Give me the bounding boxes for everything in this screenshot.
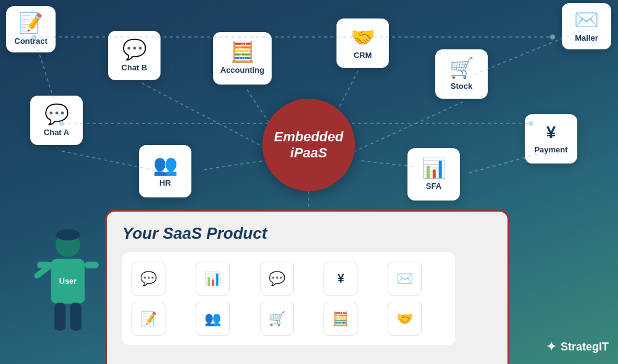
saas-icon-contract: 📝 xyxy=(132,302,165,336)
logo-name: StrategIT xyxy=(561,341,609,354)
module-mailer: ✉️ Mailer xyxy=(562,3,611,49)
hr-icon: 👥 xyxy=(153,155,178,175)
stock-label: Stock xyxy=(451,81,472,91)
svg-point-13 xyxy=(550,35,555,39)
saas-icon-mail: ✉️ xyxy=(388,262,422,296)
payment-label: Payment xyxy=(534,145,567,154)
saas-icon-sfa: 📊 xyxy=(196,262,230,296)
saas-icon-payment: ¥ xyxy=(324,262,357,296)
stock-icon: 🛒 xyxy=(449,58,474,78)
embedded-ipaas-label: EmbeddediPaaS xyxy=(274,129,343,162)
saas-icon-chat: 💬 xyxy=(132,262,165,296)
svg-line-7 xyxy=(204,160,265,170)
saas-product-panel: Your SaaS Product 💬 📊 💬 ¥ ✉️ 📝 👥 🛒 🧮 🤝 xyxy=(105,210,509,364)
strategit-logo: ✦ StrategIT xyxy=(546,339,609,355)
saas-icon-stock: 🛒 xyxy=(260,302,294,336)
saas-icon-chat2: 💬 xyxy=(260,262,294,296)
svg-rect-23 xyxy=(54,302,65,330)
accounting-label: Accounting xyxy=(220,65,265,75)
payment-icon: ¥ xyxy=(546,124,556,141)
chat-b-icon: 💬 xyxy=(122,39,147,59)
accounting-icon: 🧮 xyxy=(230,42,255,62)
svg-line-1 xyxy=(142,83,265,148)
saas-icon-crm: 🤝 xyxy=(388,302,422,336)
module-accounting: 🧮 Accounting xyxy=(213,32,272,85)
chat-a-icon: 💬 xyxy=(44,104,69,124)
logo-icon: ✦ xyxy=(546,339,557,355)
svg-rect-22 xyxy=(85,262,99,268)
svg-line-8 xyxy=(358,160,414,167)
mailer-icon: ✉️ xyxy=(574,10,599,30)
contract-icon: 📝 xyxy=(19,13,43,33)
saas-icon-hr: 👥 xyxy=(196,302,230,336)
module-stock: 🛒 Stock xyxy=(435,49,488,99)
svg-rect-24 xyxy=(70,302,81,330)
saas-icon-accounting: 🧮 xyxy=(324,302,357,336)
crm-icon: 🤝 xyxy=(351,27,375,47)
svg-point-18 xyxy=(56,229,80,240)
module-chat-b: 💬 Chat B xyxy=(108,31,161,80)
embedded-ipaas-circle: EmbeddediPaaS xyxy=(262,99,355,191)
svg-line-5 xyxy=(355,102,463,151)
module-hr: 👥 HR xyxy=(139,145,191,197)
saas-title: Your SaaS Product xyxy=(122,224,492,243)
chat-a-label: Chat A xyxy=(44,128,69,137)
module-sfa: 📊 SFA xyxy=(407,148,460,201)
sfa-label: SFA xyxy=(426,181,441,191)
crm-label: CRM xyxy=(354,51,372,60)
module-crm: 🤝 CRM xyxy=(336,19,389,68)
module-payment: ¥ Payment xyxy=(525,114,577,163)
saas-icon-grid: 💬 📊 💬 ¥ ✉️ 📝 👥 🛒 🧮 🤝 xyxy=(122,252,455,345)
module-contract: 📝 Contract xyxy=(6,6,56,52)
chat-b-label: Chat B xyxy=(122,63,148,72)
sfa-icon: 📊 xyxy=(422,158,446,178)
contract-label: Contract xyxy=(14,36,47,46)
mailer-label: Mailer xyxy=(575,33,598,43)
module-chat-a: 💬 Chat A xyxy=(30,96,83,145)
hr-label: HR xyxy=(159,178,171,188)
svg-text:User: User xyxy=(59,276,77,286)
user-figure: User xyxy=(25,225,111,349)
